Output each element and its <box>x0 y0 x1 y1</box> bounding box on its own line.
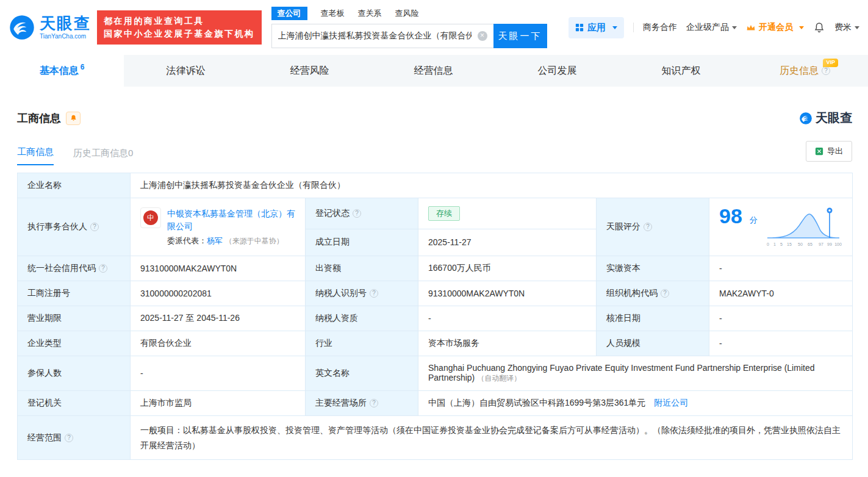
company-nav-tabs: 基本信息 6 法律诉讼 经营风险 经营信息 公司发展 知识产权 VIP 历史信息 <box>0 55 868 87</box>
tab-history-info[interactable]: VIP 历史信息 <box>743 55 867 87</box>
tianyancha-logo-icon <box>799 112 812 125</box>
search-tab-company[interactable]: 查公司 <box>271 7 307 20</box>
caret-down-icon <box>799 26 804 29</box>
subtab-business-info[interactable]: 工商信息 <box>17 146 54 165</box>
tab-operating-info[interactable]: 经营信息 <box>371 55 495 87</box>
table-row: 工商注册号 310000000202081 纳税人识别号 91310000MAK… <box>18 281 853 306</box>
nearby-companies-link[interactable]: 附近公司 <box>654 398 688 407</box>
info-icon[interactable] <box>661 289 669 298</box>
info-icon[interactable] <box>370 289 378 298</box>
tab-history-info-label: 历史信息 <box>780 65 819 77</box>
section-title: 工商信息 <box>17 111 61 126</box>
table-row: 企业名称 上海浦创中瀛扶摇私募投资基金合伙企业（有限合伙） <box>18 173 853 198</box>
field-label-paid-capital: 实缴资本 <box>606 263 640 273</box>
field-label-english-name: 英文名称 <box>315 368 350 378</box>
field-label-credit-code: 统一社会信用代码 <box>27 263 96 273</box>
field-label-reg-authority: 登记机关 <box>27 398 62 407</box>
table-row: 参保人数 - 英文名称 Shanghai Puchuang Zhongying … <box>18 356 853 391</box>
tab-operating-risk[interactable]: 经营风险 <box>248 55 371 87</box>
info-icon[interactable] <box>65 434 73 442</box>
english-name-note: （自动翻译） <box>477 374 521 382</box>
rep-link[interactable]: 杨军 <box>207 236 223 245</box>
clear-icon[interactable] <box>478 31 487 41</box>
tab-lawsuit[interactable]: 法律诉讼 <box>124 55 248 87</box>
tab-intellectual-property[interactable]: 知识产权 <box>619 55 743 87</box>
biz-cooperation-link[interactable]: 商务合作 <box>643 22 677 33</box>
table-row: 执行事务合伙人 中 中银资本私募基金管理（北京）有限公司 委派代表：杨军 （来源… <box>18 198 853 229</box>
score-chart: 0 1 5 15 50 65 97 99 100 <box>765 205 842 249</box>
field-value-approval-date: - <box>719 314 722 323</box>
field-value-establish-date: 2025-11-27 <box>428 237 472 247</box>
field-label-score: 天眼评分 <box>606 221 640 231</box>
caret-down-icon <box>855 26 859 29</box>
field-value-business-scope: 一般项目：以私募基金从事股权投资、投资管理、资产管理等活动（须在中国证券投资基金… <box>140 425 841 450</box>
field-label-establish-date: 成立日期 <box>315 237 350 246</box>
score-axis-label: 99 <box>827 242 832 246</box>
field-value-industry: 资本市场服务 <box>428 338 479 348</box>
field-value-taxpayer-id: 91310000MAK2AWYT0N <box>428 289 525 298</box>
field-label-industry: 行业 <box>315 338 332 348</box>
search-box: 查公司 查老板 查关系 查风险 天眼一下 <box>271 7 547 48</box>
top-header: 天眼查 TianYanCha.com 都在用的商业查询工具 国家中小企业发展子基… <box>0 0 868 55</box>
field-value-company-name: 上海浦创中瀛扶摇私募投资基金合伙企业（有限合伙） <box>140 180 345 190</box>
info-icon[interactable] <box>644 223 652 231</box>
info-icon[interactable] <box>822 66 830 75</box>
vip-upgrade-link[interactable]: 开通会员 <box>746 22 804 33</box>
score-axis-label: 100 <box>834 242 842 246</box>
field-value-taxpayer-quality: - <box>428 314 431 323</box>
field-label-reg-number: 工商注册号 <box>27 288 70 298</box>
partner-logo[interactable]: 中 <box>140 207 161 228</box>
search-tab-relation[interactable]: 查关系 <box>358 8 382 19</box>
tianyancha-logo-icon <box>9 14 35 41</box>
field-label-staff-size: 人员规模 <box>606 338 640 348</box>
field-label-capital: 出资额 <box>315 263 341 273</box>
score-axis-label: 65 <box>808 242 812 246</box>
apps-label: 应用 <box>587 22 606 34</box>
field-label-address: 主要经营场所 <box>315 398 367 407</box>
search-tab-boss[interactable]: 查老板 <box>321 8 345 19</box>
field-label-approval-date: 核准日期 <box>606 313 640 323</box>
table-row: 营业期限 2025-11-27 至 2045-11-26 纳税人资质 - 核准日… <box>18 306 853 331</box>
score-axis-label: 15 <box>787 242 792 246</box>
field-label-org-code: 组织机构代码 <box>606 288 658 298</box>
field-label-taxpayer-id: 纳税人识别号 <box>315 288 367 298</box>
score-value: 98 <box>719 205 742 228</box>
score-axis-label: 1 <box>773 242 776 246</box>
notification-bell-icon[interactable] <box>813 21 825 34</box>
table-row: 经营范围 一般项目：以私募基金从事股权投资、投资管理、资产管理等活动（须在中国证… <box>18 416 853 460</box>
subtab-history-business-info[interactable]: 历史工商信息0 <box>73 148 133 165</box>
tab-operating-risk-label: 经营风险 <box>290 65 329 77</box>
subscribe-bell-icon[interactable] <box>66 112 81 125</box>
tianyancha-logo[interactable]: 天眼查 TianYanCha.com <box>9 14 91 41</box>
search-tab-risk[interactable]: 查风险 <box>395 8 419 19</box>
top-menu: 应用 商务合作 企业级产品 开通会员 费米 <box>569 17 859 38</box>
tab-operating-info-label: 经营信息 <box>414 65 453 77</box>
field-value-staff-size: - <box>719 339 722 348</box>
watermark-label: 天眼查 <box>816 110 852 126</box>
apps-button[interactable]: 应用 <box>569 17 624 38</box>
tab-basic-info[interactable]: 基本信息 6 <box>0 55 124 87</box>
vip-badge: VIP <box>823 59 838 67</box>
tab-company-development[interactable]: 公司发展 <box>495 55 619 87</box>
crown-icon <box>746 24 756 32</box>
partner-company-link[interactable]: 中银资本私募基金管理（北京）有限公司 <box>167 207 295 233</box>
enterprise-products-link[interactable]: 企业级产品 <box>686 22 737 33</box>
info-icon[interactable] <box>370 399 378 407</box>
search-button[interactable]: 天眼一下 <box>493 24 547 48</box>
excel-icon <box>815 147 823 156</box>
field-value-org-code: MAK2AWYT-0 <box>719 289 774 298</box>
info-icon[interactable] <box>99 264 107 273</box>
info-icon[interactable] <box>90 223 99 231</box>
field-value-insured-count: - <box>140 368 143 378</box>
field-label-company-type: 企业类型 <box>27 338 62 348</box>
field-label-business-term: 营业期限 <box>27 313 62 323</box>
tab-lawsuit-label: 法律诉讼 <box>167 65 206 77</box>
search-input[interactable] <box>271 24 493 48</box>
export-button[interactable]: 导出 <box>806 141 852 162</box>
promo-line2: 国家中小企业发展子基金旗下机构 <box>104 27 255 40</box>
tab-basic-info-count: 6 <box>81 63 85 71</box>
score-axis-label: 0 <box>767 242 769 246</box>
user-menu[interactable]: 费米 <box>834 22 859 33</box>
rep-source: （来源于中基协） <box>225 237 284 245</box>
info-icon[interactable] <box>353 209 361 218</box>
